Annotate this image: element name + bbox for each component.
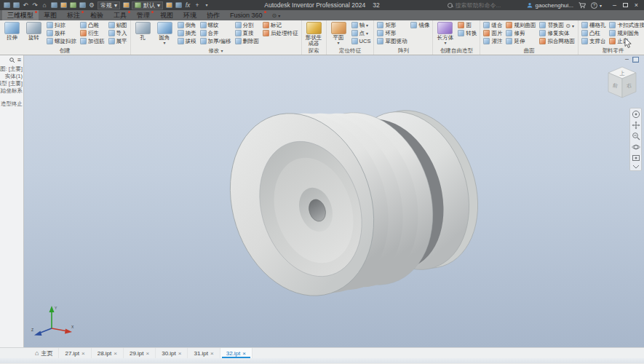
- boss-button[interactable]: 凸柱: [581, 29, 607, 37]
- doc-tab-32-active[interactable]: 32.ipt×: [220, 348, 253, 358]
- model-browser-panel[interactable]: ≡ 视图: [主要] 实体(1) 模型 [主要] 原始坐标系 造型终止: [0, 55, 24, 347]
- fillet-button[interactable]: 圆角▾: [155, 21, 175, 45]
- shape-generator-button[interactable]: 形状生成器: [304, 21, 324, 47]
- doc-tab-28[interactable]: 28.ipt×: [92, 348, 124, 358]
- open-icon[interactable]: [3, 1, 10, 9]
- panel-display-toggle[interactable]: ⊙▾: [565, 23, 574, 29]
- delete-face-button[interactable]: 删除面: [234, 37, 261, 45]
- zoom-icon[interactable]: [632, 132, 640, 141]
- browser-tree-item[interactable]: 原始坐标系: [0, 87, 23, 95]
- ribbon-display-toggle[interactable]: ⊙▾: [268, 10, 285, 20]
- mirror-button[interactable]: 镜像: [410, 21, 430, 29]
- loft-button[interactable]: 放样: [46, 29, 77, 37]
- circular-pattern-button[interactable]: 环形: [376, 29, 408, 37]
- viewcube-front-label[interactable]: 前: [612, 82, 618, 88]
- cart-icon[interactable]: [579, 2, 586, 9]
- appearance-sphere-button[interactable]: [122, 1, 130, 9]
- tab-sketch[interactable]: 草图: [39, 10, 62, 20]
- browser-tree-item[interactable]: 视图: [主要]: [0, 66, 23, 73]
- image-button[interactable]: [69, 1, 76, 9]
- sculpt-button[interactable]: 灌注: [482, 37, 503, 45]
- doc-tab-27[interactable]: 27.ipt×: [59, 348, 91, 358]
- copy-button[interactable]: [50, 1, 57, 9]
- direct-edit-button[interactable]: 直接: [234, 29, 261, 37]
- emboss-button[interactable]: 凸雕: [79, 21, 106, 29]
- combine-button[interactable]: 合并: [199, 29, 232, 37]
- navigation-wheel-icon[interactable]: [632, 110, 640, 119]
- ruled-surface-button[interactable]: 规则曲面: [505, 21, 536, 29]
- sketch-driven-pattern-button[interactable]: 草图驱动: [376, 37, 408, 45]
- tab-fusion360[interactable]: Fusion 360: [225, 10, 268, 20]
- measure-button[interactable]: [60, 1, 67, 9]
- qat-customize-button[interactable]: ▾: [203, 1, 210, 9]
- tab-view[interactable]: 视图: [155, 10, 178, 20]
- home-tab[interactable]: ⌂主页: [29, 348, 59, 358]
- account-menu[interactable]: gaochenghui...: [527, 2, 573, 9]
- material-dropdown[interactable]: 常规 ▾: [98, 1, 120, 9]
- search-input[interactable]: [455, 2, 522, 9]
- extend-button[interactable]: 延伸: [505, 37, 536, 45]
- trim-button[interactable]: 修剪: [505, 29, 536, 37]
- group-label-modify[interactable]: 修改▾: [133, 47, 299, 55]
- undo-button[interactable]: ↶: [22, 1, 29, 9]
- help-menu[interactable]: ? ▾: [591, 2, 602, 9]
- decal-button[interactable]: 贴图: [108, 21, 128, 29]
- rib-button[interactable]: 加强筋: [79, 37, 106, 45]
- revolve-button[interactable]: 旋转: [24, 21, 44, 41]
- point-button[interactable]: 点▾: [351, 29, 372, 37]
- tab-tools[interactable]: 工具: [108, 10, 132, 20]
- coil-button[interactable]: 螺旋扫掠: [46, 37, 77, 45]
- close-icon[interactable]: ×: [242, 350, 246, 357]
- window-minimize-button[interactable]: –: [610, 1, 619, 9]
- doc-tab-31[interactable]: 31.ipt×: [188, 348, 220, 358]
- freeform-convert-button[interactable]: 转换: [457, 29, 477, 37]
- window-close-button[interactable]: ×: [632, 1, 641, 9]
- shell-button[interactable]: 抽壳: [177, 29, 197, 37]
- close-icon[interactable]: ×: [178, 350, 182, 357]
- parameters-button[interactable]: fx: [184, 1, 191, 9]
- repair-bodies-button[interactable]: 修复实体: [538, 29, 576, 37]
- tab-3d-model[interactable]: 三维模型: [2, 10, 39, 20]
- viewport-3d[interactable]: – 上 前 右: [24, 55, 644, 347]
- tab-annotate[interactable]: 标注: [62, 10, 85, 20]
- draft-button[interactable]: 拔模: [177, 37, 197, 45]
- snap-fit-button[interactable]: 卡扣式连接: [608, 21, 644, 29]
- axis-button[interactable]: 轴▾: [351, 21, 372, 29]
- rectangular-pattern-button[interactable]: 矩形: [376, 21, 408, 29]
- browser-menu-icon[interactable]: ≡: [17, 57, 21, 63]
- render-style-button[interactable]: [175, 1, 182, 9]
- derive-button[interactable]: 衍生: [79, 29, 106, 37]
- view-cube[interactable]: 上 前 右: [605, 66, 639, 105]
- browser-tree-item[interactable]: 模型 [主要]: [0, 80, 23, 87]
- document-restore-button[interactable]: [632, 57, 639, 63]
- tab-collaborate[interactable]: 协作: [202, 10, 225, 20]
- help-search[interactable]: [448, 2, 522, 9]
- rule-fillet-button[interactable]: 规则圆角: [608, 29, 644, 37]
- tab-inspect[interactable]: 检验: [85, 10, 108, 20]
- browser-search-icon[interactable]: [9, 58, 15, 63]
- appearance-dropdown[interactable]: 默认 ▾: [132, 1, 163, 9]
- close-icon[interactable]: ×: [82, 350, 85, 357]
- settings-button[interactable]: ⚙: [88, 1, 95, 9]
- sweep-button[interactable]: 扫掠: [46, 21, 77, 29]
- close-icon[interactable]: ×: [114, 350, 117, 357]
- grill-button[interactable]: 栅格孔: [581, 21, 607, 29]
- unwrap-button[interactable]: 展平: [108, 37, 128, 45]
- browser-tree-item[interactable]: 造型终止: [0, 100, 23, 108]
- ucs-button[interactable]: UCS: [351, 37, 372, 45]
- doc-tab-29[interactable]: 29.ipt×: [124, 348, 156, 358]
- doc-tab-30[interactable]: 30.ipt×: [156, 348, 188, 358]
- import-button[interactable]: 导入: [108, 29, 128, 37]
- thicken-offset-button[interactable]: 加厚/偏移: [199, 37, 232, 45]
- split-button[interactable]: 分割: [234, 21, 261, 29]
- look-at-icon[interactable]: [632, 154, 640, 162]
- navbar-more-icon[interactable]: [632, 165, 640, 169]
- extrude-button[interactable]: 拉伸: [2, 21, 22, 41]
- tab-manage[interactable]: 管理: [132, 10, 155, 20]
- post-feature-button[interactable]: 后处理特征: [262, 29, 299, 37]
- orbit-icon[interactable]: [632, 143, 640, 151]
- save-icon[interactable]: [12, 1, 20, 9]
- redo-button[interactable]: ↷: [31, 1, 39, 9]
- document-minimize-button[interactable]: –: [625, 56, 629, 63]
- hole-button[interactable]: 孔: [133, 21, 153, 41]
